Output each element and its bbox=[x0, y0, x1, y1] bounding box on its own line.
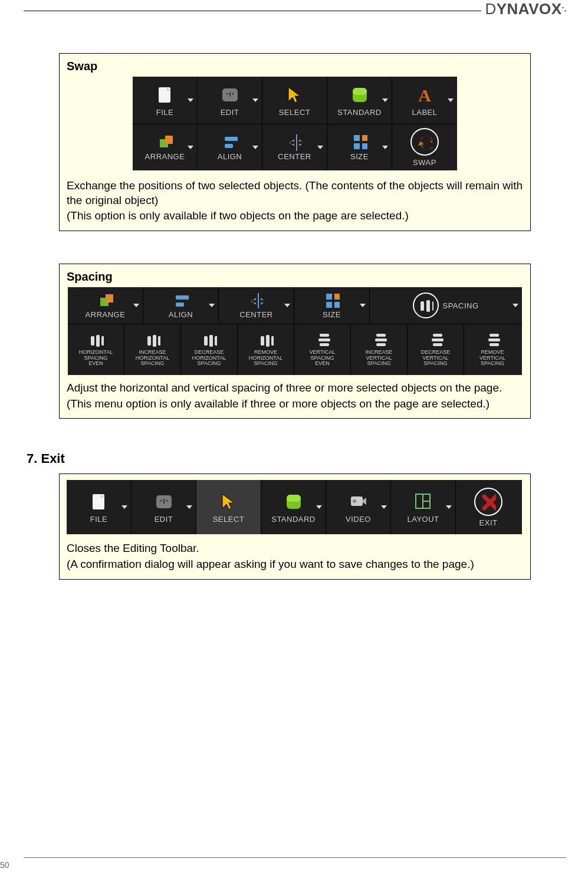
swap-circle bbox=[410, 128, 439, 156]
size-label: SIZE bbox=[323, 310, 341, 319]
v-space-dec-button[interactable]: DECREASEVERTICALSPACING bbox=[408, 324, 464, 375]
center-icon bbox=[249, 292, 264, 308]
edit-icon bbox=[219, 84, 241, 106]
spacing-circle bbox=[413, 292, 439, 318]
swap-icon bbox=[417, 134, 432, 150]
h-space-inc-button[interactable]: INCREASEHORIZONTALSPACING bbox=[124, 324, 181, 375]
standard-button[interactable]: STANDARD bbox=[327, 77, 392, 124]
center-button[interactable]: CENTER bbox=[219, 287, 294, 324]
align-button[interactable]: ALIGN bbox=[143, 287, 219, 324]
spacing-toolbar-row2: HORIZONTALSPACINGEVEN INCREASEHORIZONTAL… bbox=[68, 324, 522, 375]
swap-button[interactable]: SWAP bbox=[392, 124, 457, 170]
spacing-button[interactable]: SPACING bbox=[370, 287, 522, 324]
select-button[interactable]: SELECT bbox=[196, 480, 261, 534]
center-button[interactable]: CENTER bbox=[262, 124, 327, 170]
size-icon bbox=[324, 292, 340, 308]
center-icon bbox=[287, 134, 303, 150]
h-space-rem-icon bbox=[258, 333, 274, 348]
h-space-even-button[interactable]: HORIZONTALSPACINGEVEN bbox=[68, 324, 124, 375]
h-space-dec-icon bbox=[202, 333, 217, 348]
chevron-down-icon bbox=[133, 304, 139, 307]
label-button[interactable]: LABEL bbox=[392, 77, 457, 124]
exit-toolbar: FILE EDIT SELECT STANDARD bbox=[67, 480, 522, 534]
chevron-down-icon bbox=[121, 505, 127, 509]
edit-label: EDIT bbox=[155, 515, 173, 524]
size-button[interactable]: SIZE bbox=[327, 124, 392, 170]
spacing-label: SPACING bbox=[442, 301, 478, 310]
align-button[interactable]: ALIGN bbox=[198, 124, 262, 170]
h-space-even-label: HORIZONTALSPACINGEVEN bbox=[79, 350, 113, 366]
size-button[interactable]: SIZE bbox=[294, 287, 370, 324]
arrange-button[interactable]: ARRANGE bbox=[133, 124, 198, 170]
standard-tile-icon bbox=[349, 84, 370, 106]
file-icon bbox=[88, 491, 110, 512]
brand-logo: DYNAVOX. bbox=[481, 0, 564, 18]
standard-label: STANDARD bbox=[271, 515, 316, 524]
exit-x-icon bbox=[481, 494, 496, 509]
spacing-desc1: Adjust the horizontal and vertical spaci… bbox=[67, 381, 523, 396]
h-space-rem-button[interactable]: REMOVEHORIZONTALSPACING bbox=[238, 324, 294, 375]
v-space-even-button[interactable]: VERTICALSPACINGEVEN bbox=[294, 324, 351, 375]
edit-button[interactable]: EDIT bbox=[132, 480, 196, 534]
video-button[interactable]: VIDEO bbox=[326, 480, 391, 534]
chevron-down-icon bbox=[381, 505, 387, 509]
file-button[interactable]: FILE bbox=[67, 480, 132, 534]
select-button[interactable]: SELECT bbox=[262, 77, 327, 124]
video-label: VIDEO bbox=[346, 515, 371, 524]
chevron-down-icon bbox=[446, 505, 452, 509]
chevron-down-icon bbox=[382, 98, 388, 102]
h-space-dec-label: DECREASEHORIZONTALSPACING bbox=[192, 350, 226, 366]
align-label: ALIGN bbox=[169, 310, 193, 319]
arrange-button[interactable]: ARRANGE bbox=[68, 287, 143, 324]
exit-button[interactable]: EXIT bbox=[456, 480, 521, 534]
v-space-dec-label: DECREASEVERTICALSPACING bbox=[421, 350, 451, 366]
chevron-down-icon bbox=[448, 98, 454, 102]
align-icon bbox=[173, 292, 189, 308]
v-space-even-label: VERTICALSPACINGEVEN bbox=[310, 350, 336, 366]
exit-heading: 7. Exit bbox=[27, 451, 531, 466]
arrange-icon bbox=[157, 134, 173, 150]
size-label: SIZE bbox=[350, 152, 369, 161]
layout-button[interactable]: LAYOUT bbox=[391, 480, 456, 534]
brand-dot: . bbox=[562, 1, 564, 10]
swap-toolbar: FILE EDIT SELECT STANDARD bbox=[133, 77, 457, 170]
v-space-inc-button[interactable]: INCREASEVERTICALSPACING bbox=[351, 324, 408, 375]
chevron-down-icon bbox=[188, 146, 193, 149]
v-space-rem-button[interactable]: REMOVEVERTICALSPACING bbox=[464, 324, 521, 375]
chevron-down-icon bbox=[209, 304, 215, 307]
swap-title: Swap bbox=[67, 60, 523, 73]
spacing-toolbar-row1: ARRANGE ALIGN CENTER SIZE bbox=[68, 287, 522, 324]
swap-desc2: (This option is only available if two ob… bbox=[67, 209, 523, 223]
footer-rule bbox=[24, 857, 566, 858]
chevron-down-icon bbox=[316, 505, 322, 509]
label-a-icon bbox=[414, 84, 435, 106]
file-label: FILE bbox=[90, 515, 107, 524]
chevron-down-icon bbox=[284, 304, 290, 307]
edit-label: EDIT bbox=[221, 108, 239, 117]
file-label: FILE bbox=[156, 108, 173, 117]
h-space-dec-button[interactable]: DECREASEHORIZONTALSPACING bbox=[181, 324, 238, 375]
swap-toolbar-row1: FILE EDIT SELECT STANDARD bbox=[133, 77, 457, 124]
h-space-inc-label: INCREASEHORIZONTALSPACING bbox=[136, 350, 169, 366]
chevron-down-icon bbox=[513, 304, 518, 307]
chevron-down-icon bbox=[360, 304, 366, 307]
file-button[interactable]: FILE bbox=[133, 77, 198, 124]
select-label: SELECT bbox=[213, 515, 245, 524]
standard-button[interactable]: STANDARD bbox=[261, 480, 326, 534]
spacing-title: Spacing bbox=[67, 270, 523, 284]
chevron-down-icon bbox=[186, 505, 192, 509]
edit-button[interactable]: EDIT bbox=[198, 77, 262, 124]
exit-toolbar-row: FILE EDIT SELECT STANDARD bbox=[67, 480, 522, 534]
chevron-down-icon bbox=[252, 98, 258, 102]
file-icon bbox=[155, 84, 176, 106]
swap-section-box: Swap FILE EDIT SELECT bbox=[59, 53, 531, 231]
arrange-icon bbox=[98, 292, 113, 308]
arrange-label: ARRANGE bbox=[86, 310, 126, 319]
v-space-inc-label: INCREASEVERTICALSPACING bbox=[365, 350, 392, 366]
align-label: ALIGN bbox=[218, 152, 242, 161]
chevron-down-icon bbox=[188, 98, 193, 102]
v-space-dec-icon bbox=[428, 333, 444, 348]
brand-rest: YNAVOX bbox=[497, 0, 562, 18]
align-icon bbox=[222, 134, 238, 150]
standard-tile-icon bbox=[283, 491, 304, 512]
